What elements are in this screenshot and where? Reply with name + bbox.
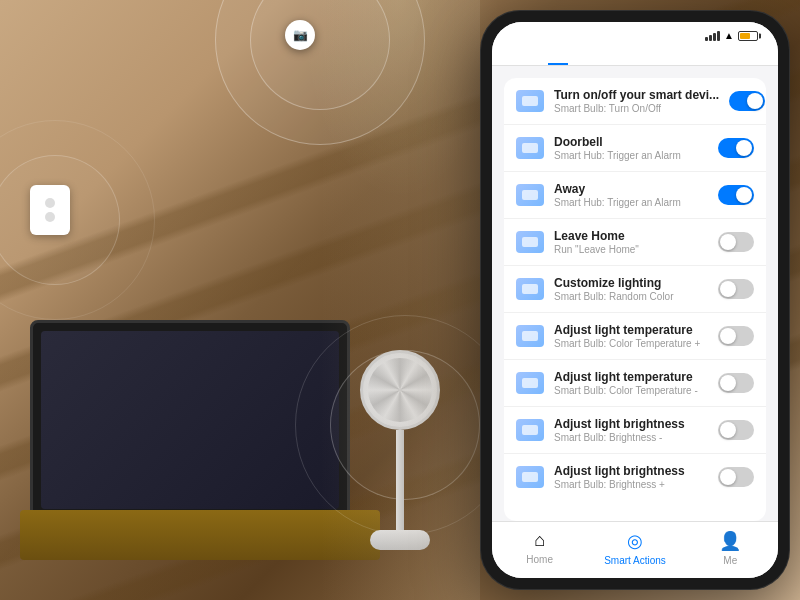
- toggle-knob-9: [720, 469, 736, 485]
- auto-title-7: Adjust light temperature: [554, 370, 708, 384]
- automation-item-6[interactable]: Adjust light temperature Smart Bulb: Col…: [504, 313, 766, 360]
- toggle-knob-4: [720, 234, 736, 250]
- automation-item-7[interactable]: Adjust light temperature Smart Bulb: Col…: [504, 360, 766, 407]
- auto-text-6: Adjust light temperature Smart Bulb: Col…: [554, 323, 708, 349]
- auto-subtitle-9: Smart Bulb: Brightness +: [554, 479, 708, 490]
- auto-subtitle-2: Smart Hub: Trigger an Alarm: [554, 150, 708, 161]
- auto-title-4: Leave Home: [554, 229, 708, 243]
- toggle-9[interactable]: [718, 467, 754, 487]
- auto-text-5: Customize lighting Smart Bulb: Random Co…: [554, 276, 708, 302]
- battery-icon: [738, 31, 758, 41]
- room-right-shadow: [320, 0, 480, 600]
- phone-wrapper: ▲: [480, 10, 790, 590]
- auto-text-4: Leave Home Run "Leave Home": [554, 229, 708, 255]
- status-icons: ▲: [705, 30, 758, 41]
- toggle-7[interactable]: [718, 373, 754, 393]
- toggle-2[interactable]: [718, 138, 754, 158]
- toggle-knob-7: [720, 375, 736, 391]
- toggle-4[interactable]: [718, 232, 754, 252]
- nav-item-home[interactable]: ⌂ Home: [492, 530, 587, 566]
- auto-title-6: Adjust light temperature: [554, 323, 708, 337]
- auto-icon-9: [516, 466, 544, 488]
- nav-icon-me: 👤: [719, 530, 741, 552]
- toggle-knob-2: [736, 140, 752, 156]
- automation-item-4[interactable]: Leave Home Run "Leave Home": [504, 219, 766, 266]
- auto-icon-6: [516, 325, 544, 347]
- toggle-3[interactable]: [718, 185, 754, 205]
- nav-item-me[interactable]: 👤 Me: [683, 530, 778, 566]
- auto-icon-2: [516, 137, 544, 159]
- auto-subtitle-8: Smart Bulb: Brightness -: [554, 432, 708, 443]
- phone-frame: ▲: [480, 10, 790, 590]
- auto-text-3: Away Smart Hub: Trigger an Alarm: [554, 182, 708, 208]
- toggle-knob-6: [720, 328, 736, 344]
- motion-sensor-device: 📷: [285, 20, 315, 50]
- nav-label-home: Home: [526, 554, 553, 565]
- auto-subtitle-3: Smart Hub: Trigger an Alarm: [554, 197, 708, 208]
- auto-icon-4: [516, 231, 544, 253]
- nav-label-me: Me: [723, 555, 737, 566]
- auto-text-1: Turn on/off your smart devi... Smart Bul…: [554, 88, 719, 114]
- auto-title-3: Away: [554, 182, 708, 196]
- automation-item-8[interactable]: Adjust light brightness Smart Bulb: Brig…: [504, 407, 766, 454]
- section-label: [492, 66, 778, 78]
- add-button[interactable]: [750, 56, 762, 60]
- bottom-nav: ⌂ Home ◎ Smart Actions 👤 Me: [492, 521, 778, 578]
- nav-icon-home: ⌂: [534, 530, 545, 551]
- auto-subtitle-6: Smart Bulb: Color Temperature +: [554, 338, 708, 349]
- automation-item-5[interactable]: Customize lighting Smart Bulb: Random Co…: [504, 266, 766, 313]
- toggle-knob-5: [720, 281, 736, 297]
- nav-icon-smart-actions: ◎: [627, 530, 643, 552]
- smart-hub-device: [30, 185, 70, 235]
- tab-automation[interactable]: [548, 51, 568, 65]
- nav-label-smart-actions: Smart Actions: [604, 555, 666, 566]
- automation-list: Turn on/off your smart devi... Smart Bul…: [504, 78, 766, 521]
- auto-text-7: Adjust light temperature Smart Bulb: Col…: [554, 370, 708, 396]
- automation-item-9[interactable]: Adjust light brightness Smart Bulb: Brig…: [504, 454, 766, 500]
- toggle-1[interactable]: [729, 91, 765, 111]
- phone-screen: ▲: [492, 22, 778, 578]
- auto-text-9: Adjust light brightness Smart Bulb: Brig…: [554, 464, 708, 490]
- toggle-knob-8: [720, 422, 736, 438]
- auto-title-2: Doorbell: [554, 135, 708, 149]
- toggle-knob-1: [747, 93, 763, 109]
- automation-item-3[interactable]: Away Smart Hub: Trigger an Alarm: [504, 172, 766, 219]
- auto-subtitle-5: Smart Bulb: Random Color: [554, 291, 708, 302]
- auto-title-5: Customize lighting: [554, 276, 708, 290]
- auto-text-2: Doorbell Smart Hub: Trigger an Alarm: [554, 135, 708, 161]
- signal-bars: [705, 31, 720, 41]
- auto-subtitle-4: Run "Leave Home": [554, 244, 708, 255]
- auto-title-1: Turn on/off your smart devi...: [554, 88, 719, 102]
- toggle-5[interactable]: [718, 279, 754, 299]
- auto-icon-7: [516, 372, 544, 394]
- toggle-6[interactable]: [718, 326, 754, 346]
- auto-subtitle-1: Smart Bulb: Turn On/Off: [554, 103, 719, 114]
- automation-item-1[interactable]: Turn on/off your smart devi... Smart Bul…: [504, 78, 766, 125]
- auto-text-8: Adjust light brightness Smart Bulb: Brig…: [554, 417, 708, 443]
- auto-title-8: Adjust light brightness: [554, 417, 708, 431]
- auto-icon-8: [516, 419, 544, 441]
- automation-item-2[interactable]: Doorbell Smart Hub: Trigger an Alarm: [504, 125, 766, 172]
- toggle-knob-3: [736, 187, 752, 203]
- auto-icon-3: [516, 184, 544, 206]
- wifi-icon: ▲: [724, 30, 734, 41]
- auto-icon-1: [516, 90, 544, 112]
- tab-shortcuts[interactable]: [528, 51, 548, 65]
- tab-header: [492, 45, 778, 66]
- auto-title-9: Adjust light brightness: [554, 464, 708, 478]
- auto-subtitle-7: Smart Bulb: Color Temperature -: [554, 385, 708, 396]
- status-bar: ▲: [492, 22, 778, 45]
- tab-routine-actions[interactable]: [508, 51, 528, 65]
- auto-icon-5: [516, 278, 544, 300]
- battery-fill: [740, 33, 750, 39]
- tab-row: [508, 51, 568, 65]
- toggle-8[interactable]: [718, 420, 754, 440]
- nav-item-smart-actions[interactable]: ◎ Smart Actions: [587, 530, 682, 566]
